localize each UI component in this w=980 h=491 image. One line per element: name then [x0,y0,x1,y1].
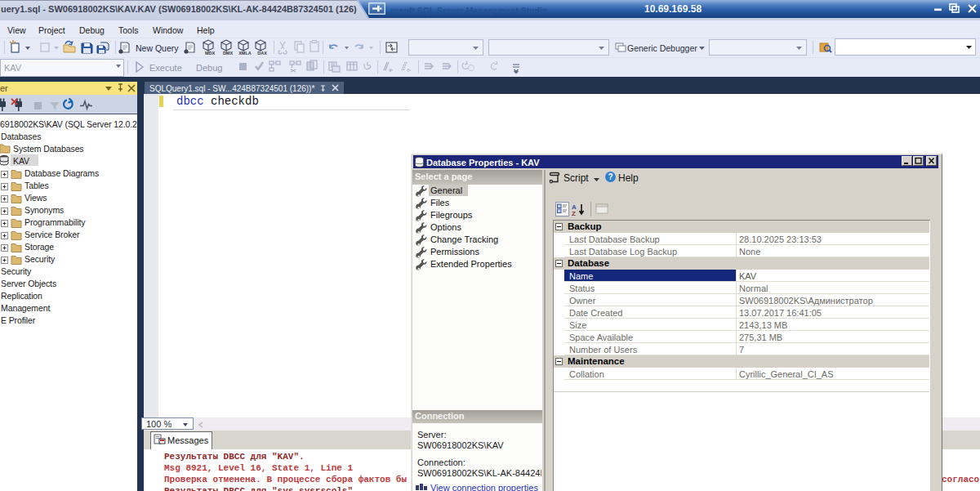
svg-text:DAX: DAX [257,51,267,56]
svg-text:MDX: MDX [205,51,216,56]
svg-text:DMX: DMX [223,51,234,56]
svg-text:XMLA: XMLA [238,51,252,56]
svg-text:Z: Z [572,210,576,216]
svg-text:?: ? [608,172,612,181]
